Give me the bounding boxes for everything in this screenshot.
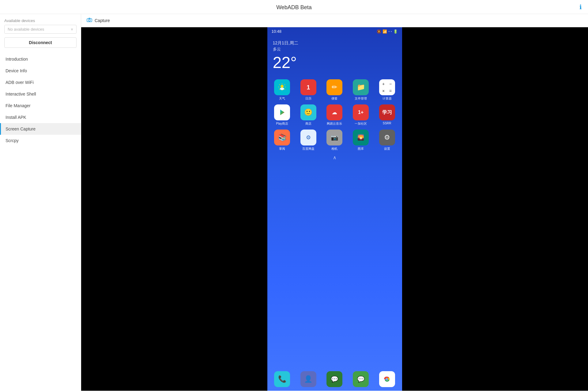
app-label-play: Play商店 (276, 122, 288, 126)
dock-icon-messages: 💬 (326, 371, 342, 387)
svg-marker-4 (280, 110, 285, 115)
dock-item-contacts[interactable]: 👤 (296, 371, 320, 387)
app-item-baidu[interactable]: ⚙ 百度网盘 (296, 130, 320, 151)
sidebar-item-interactive-shell[interactable]: Interactive Shell (0, 88, 81, 100)
app-label-notes: 便签 (331, 96, 337, 101)
app-grid-row1: 天气 1 日历 ✏ 便签 📁 文件管理 (267, 74, 402, 103)
sidebar-item-screen-capture[interactable]: Screen Capture (0, 123, 81, 135)
sidebar-item-introduction[interactable]: Introduction (0, 53, 81, 65)
content-toolbar: Capture (81, 14, 588, 27)
app-item-play[interactable]: Play商店 (270, 104, 294, 126)
app-icon-calendar: 1 (300, 79, 316, 95)
app-icon-notes: ✏ (326, 79, 342, 95)
dock-item-messages[interactable]: 💬 (323, 371, 347, 387)
app-label-shop: 商店 (305, 122, 311, 126)
sidebar-item-device-info[interactable]: Device Info (0, 65, 81, 77)
app-item-weather[interactable]: 天气 (270, 79, 294, 101)
app-label-community: 一加社区 (355, 122, 367, 126)
app-grid-row2: Play商店 🙂 商店 ☁ 网易云音乐 1+ 一加社区 (267, 103, 402, 128)
status-bar: 10:48 🔕 📶 ▪ ▪ 🔋 (267, 27, 402, 36)
app-icon-gallery: 🌄 (353, 130, 369, 145)
app-item-calendar[interactable]: 1 日历 (296, 79, 320, 101)
app-item-gallery[interactable]: 🌄 图库 (349, 130, 373, 151)
phone-screen: 10:48 🔕 📶 ▪ ▪ 🔋 12月1日,周二 多云 22° (267, 27, 402, 391)
device-dropdown-value: No available devices (8, 27, 44, 32)
svg-point-1 (89, 19, 90, 21)
app-label-read: 掌阅 (279, 147, 285, 151)
screen-area: 10:48 🔕 📶 ▪ ▪ 🔋 12月1日,周二 多云 22° (81, 27, 588, 391)
app-item-ssrr[interactable]: 学习 SSRR (375, 104, 399, 126)
app-icon-settings: ⚙ (379, 130, 395, 145)
chevron-down-icon: ∨ (71, 27, 73, 31)
battery-icon: 🔋 (393, 29, 398, 34)
temperature-display: 22° (273, 54, 397, 71)
disconnect-button[interactable]: Disconnect (4, 37, 77, 48)
app-icon-read: 📚 (274, 130, 290, 145)
dock-bar: 📞 👤 💬 💬 (267, 369, 402, 391)
app-item-music[interactable]: ☁ 网易云音乐 (323, 104, 347, 126)
app-icon-calculator: +−×= (379, 79, 395, 95)
app-icon-baidu: ⚙ (300, 130, 316, 145)
page-header: WebADB Beta ℹ (0, 0, 588, 14)
content-area: Capture 10:48 🔕 📶 ▪ ▪ 🔋 (81, 14, 588, 391)
app-label-music: 网易云音乐 (327, 122, 342, 126)
app-item-read[interactable]: 📚 掌阅 (270, 130, 294, 151)
app-icon-camera: 📷 (326, 130, 342, 145)
status-icons: 🔕 📶 ▪ ▪ 🔋 (377, 29, 398, 34)
sidebar-item-file-manager[interactable]: File Manager (0, 100, 81, 111)
sidebar: Available devices No available devices ∨… (0, 14, 81, 391)
app-item-files[interactable]: 📁 文件管理 (349, 79, 373, 101)
app-item-camera[interactable]: 📷 相机 (323, 130, 347, 151)
app-label-files: 文件管理 (355, 96, 367, 101)
app-label-calendar: 日历 (305, 96, 311, 101)
app-icon-files: 📁 (353, 79, 369, 95)
wifi-icon: 📶 (383, 29, 387, 34)
app-label-calculator: 计算器 (383, 96, 392, 101)
dock-icon-contacts: 👤 (300, 371, 316, 387)
app-label-ssrr: SSRR (383, 122, 391, 125)
dock-arrow: ∧ (267, 153, 402, 162)
app-icon-music: ☁ (326, 104, 342, 120)
available-devices-label: Available devices (0, 18, 81, 25)
app-label-baidu: 百度网盘 (302, 147, 315, 151)
app-grid-row3: 📚 掌阅 ⚙ 百度网盘 📷 相机 🌄 (267, 128, 402, 153)
sidebar-item-install-apk[interactable]: Install APK (0, 111, 81, 123)
app-label-weather: 天气 (279, 96, 285, 101)
app-icon-community: 1+ (353, 104, 369, 120)
app-item-settings[interactable]: ⚙ 设置 (375, 130, 399, 151)
dock-item-chrome[interactable] (375, 371, 399, 387)
app-icon-shop: 🙂 (300, 104, 316, 120)
svg-point-2 (281, 85, 284, 88)
mute-icon: 🔕 (377, 29, 381, 34)
app-item-community[interactable]: 1+ 一加社区 (349, 104, 373, 126)
sidebar-item-adb-over-wifi[interactable]: ADB over WiFi (0, 77, 81, 88)
dock-icon-phone: 📞 (274, 371, 290, 387)
app-label-gallery: 图库 (358, 147, 364, 151)
app-label-settings: 设置 (384, 147, 390, 151)
app-item-shop[interactable]: 🙂 商店 (296, 104, 320, 126)
sidebar-item-scrcpy[interactable]: Scrcpy (0, 135, 81, 146)
date-display: 12月1日,周二 (273, 40, 397, 46)
camera-icon (87, 18, 92, 23)
app-icon-play (274, 104, 290, 120)
page-title: WebADB Beta (276, 4, 312, 10)
app-item-calculator[interactable]: +−×= 计算器 (375, 79, 399, 101)
dock-icon-wechat: 💬 (353, 371, 369, 387)
app-icon-ssrr: 学习 (379, 104, 395, 120)
app-item-notes[interactable]: ✏ 便签 (323, 79, 347, 101)
device-dropdown[interactable]: No available devices ∨ (4, 25, 77, 34)
capture-button[interactable]: Capture (95, 18, 110, 23)
app-icon-weather (274, 79, 290, 95)
signal-icon1: ▪ (388, 30, 390, 33)
status-time: 10:48 (272, 29, 282, 34)
signal-icon2: ▪ (391, 30, 392, 33)
dock-item-phone[interactable]: 📞 (270, 371, 294, 387)
dock-icon-chrome (379, 371, 395, 387)
svg-point-3 (280, 88, 284, 90)
weather-desc: 多云 (273, 47, 397, 52)
info-section: 12月1日,周二 多云 22° (267, 36, 402, 74)
info-icon[interactable]: ℹ (579, 3, 582, 11)
dock-item-wechat[interactable]: 💬 (349, 371, 373, 387)
app-label-camera: 相机 (331, 147, 337, 151)
main-layout: Available devices No available devices ∨… (0, 14, 588, 391)
